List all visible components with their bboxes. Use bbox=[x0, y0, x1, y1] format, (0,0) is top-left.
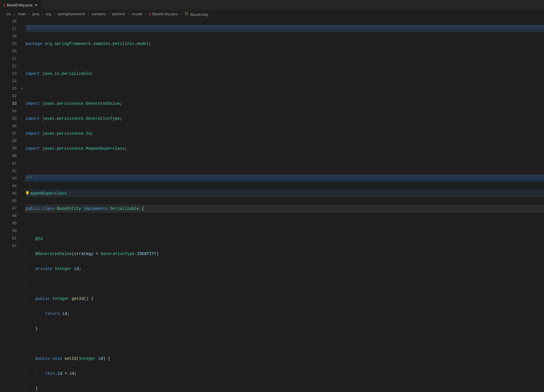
code-line[interactable] bbox=[25, 280, 544, 288]
line-number: 34 bbox=[0, 107, 25, 115]
code-line[interactable] bbox=[25, 160, 544, 167]
line-number: 44 bbox=[0, 182, 25, 190]
chevron-right-icon: › bbox=[28, 12, 31, 16]
code-line[interactable]: public·Integer·getId()·{ bbox=[25, 295, 544, 302]
line-number: 36 bbox=[0, 122, 25, 130]
breadcrumb-item[interactable]: springframework bbox=[57, 12, 86, 16]
code-line[interactable]: / bbox=[25, 25, 544, 33]
line-number: 24 bbox=[0, 77, 25, 85]
tab-filename: BaseEntity.java bbox=[7, 3, 33, 7]
line-number: 33 bbox=[0, 100, 25, 107]
line-number: 18 bbox=[0, 33, 25, 40]
line-number: 21 bbox=[0, 55, 25, 62]
code-line[interactable] bbox=[25, 340, 544, 347]
line-number: 32 bbox=[0, 92, 25, 100]
code-line[interactable] bbox=[25, 85, 544, 92]
chevron-right-icon: › bbox=[53, 12, 56, 16]
line-number: 51 bbox=[0, 235, 25, 242]
close-icon[interactable]: × bbox=[34, 2, 38, 8]
chevron-right-icon: › bbox=[13, 12, 16, 16]
line-number: 16 bbox=[0, 18, 25, 25]
code-line[interactable]: appedSuperclass bbox=[25, 190, 544, 197]
line-number: 49 bbox=[0, 220, 25, 227]
breadcrumb-file[interactable]: JBaseEntity.java bbox=[148, 12, 178, 16]
code-line[interactable]: import·javax.persistence.GeneratedValue; bbox=[25, 100, 544, 107]
line-number: 39 bbox=[0, 145, 25, 152]
breadcrumb-item[interactable]: java bbox=[32, 12, 40, 16]
code-line[interactable]: private·Integer·id; bbox=[25, 265, 544, 273]
java-file-icon: J bbox=[149, 12, 151, 16]
code-line[interactable]: import·java.io.Serializable; bbox=[25, 70, 544, 77]
editor-tab[interactable]: J BaseEntity.java × bbox=[0, 0, 41, 10]
line-number: 41 bbox=[0, 160, 25, 167]
class-symbol-icon bbox=[184, 11, 189, 16]
code-line[interactable]: import·javax.persistence.GenerationType; bbox=[25, 115, 544, 122]
line-number: 37 bbox=[0, 130, 25, 137]
breadcrumb-item[interactable]: main bbox=[17, 12, 27, 16]
chevron-right-icon: › bbox=[87, 12, 90, 16]
chevron-right-icon: › bbox=[107, 12, 110, 16]
line-number: 38 bbox=[0, 137, 25, 145]
chevron-right-icon: › bbox=[180, 12, 182, 16]
line-number: 46 bbox=[0, 197, 25, 205]
code-line[interactable]: import·javax.persistence.Id; bbox=[25, 130, 544, 137]
code-line[interactable]: public·class·BaseEntity·implements·Seria… bbox=[25, 205, 544, 213]
chevron-right-icon: › bbox=[144, 12, 147, 16]
line-number: 17 bbox=[0, 25, 25, 33]
chevron-right-icon: › bbox=[127, 12, 130, 16]
code-line[interactable] bbox=[25, 220, 544, 228]
line-number: 42 bbox=[0, 167, 25, 175]
breadcrumb-item[interactable]: src bbox=[6, 12, 12, 16]
line-number: 23 bbox=[0, 70, 25, 77]
code-line[interactable]: @GeneratedValue(strategy·=·GenerationTyp… bbox=[25, 250, 544, 258]
code-line[interactable]: import·javax.persistence.MappedSuperclas… bbox=[25, 145, 544, 152]
code-line[interactable]: } bbox=[25, 325, 544, 332]
breadcrumb-item[interactable]: samples bbox=[91, 12, 106, 16]
line-number: 20 bbox=[0, 47, 25, 55]
code-editor[interactable]: 16 17 18 19 20 21 22 23 24 25› 32 33 34 … bbox=[0, 18, 544, 392]
breadcrumb-item[interactable]: org bbox=[45, 12, 52, 16]
code-line[interactable] bbox=[25, 55, 544, 62]
code-area[interactable]: / package·org.springframework.samples.pe… bbox=[25, 18, 544, 392]
chevron-right-icon: › bbox=[41, 12, 44, 16]
line-number: 19 bbox=[0, 40, 25, 47]
line-number: 45 bbox=[0, 190, 25, 197]
line-number: 40 bbox=[0, 152, 25, 160]
code-line[interactable]: public·void·setId(Integer·id)·{ bbox=[25, 355, 544, 362]
lightbulb-icon[interactable] bbox=[25, 191, 30, 195]
line-number: 43 bbox=[0, 175, 25, 182]
code-line[interactable]: package·org.springframework.samples.petc… bbox=[25, 40, 544, 47]
breadcrumb-item[interactable]: model bbox=[131, 12, 143, 16]
line-number: 52 bbox=[0, 242, 25, 250]
tab-bar: J BaseEntity.java × bbox=[0, 0, 544, 10]
java-file-icon: J bbox=[3, 3, 5, 7]
code-line[interactable]: this.id·=·id; bbox=[25, 370, 544, 377]
line-number: 35 bbox=[0, 115, 25, 122]
line-number: 47 bbox=[0, 205, 25, 212]
code-line[interactable]: } bbox=[25, 385, 544, 392]
breadcrumb-item[interactable]: petclinic bbox=[112, 12, 126, 16]
line-number: 48 bbox=[0, 212, 25, 220]
breadcrumbs: src › main › java › org › springframewor… bbox=[0, 10, 544, 18]
line-number: 25› bbox=[0, 85, 25, 92]
code-line[interactable]: return·id; bbox=[25, 310, 544, 317]
code-line[interactable]: @Id bbox=[25, 235, 544, 243]
breadcrumb-symbol[interactable]: BaseEntity bbox=[184, 11, 209, 17]
fold-caret-icon[interactable]: › bbox=[21, 85, 23, 92]
line-number: 22 bbox=[0, 62, 25, 70]
line-number: 50 bbox=[0, 227, 25, 235]
code-line[interactable]: /** … bbox=[25, 175, 544, 182]
line-number-gutter: 16 17 18 19 20 21 22 23 24 25› 32 33 34 … bbox=[0, 18, 25, 392]
